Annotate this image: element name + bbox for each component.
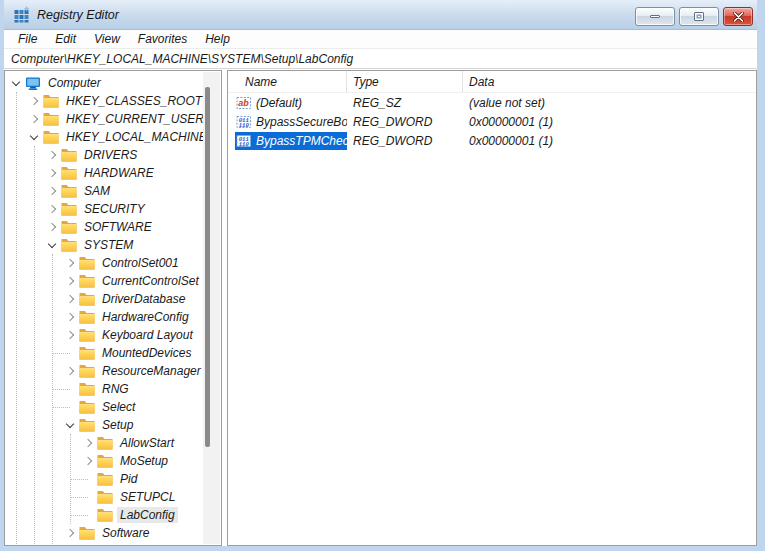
tree-item-label: HARDWARE	[81, 165, 157, 181]
registry-grid-icon[interactable]	[13, 6, 30, 23]
tree-item-computer[interactable]: Computer	[9, 74, 221, 92]
column-header-type[interactable]: Type	[347, 71, 463, 92]
tree-item-system[interactable]: SYSTEM	[45, 236, 221, 254]
folder-icon	[61, 219, 77, 235]
tree-item-sam[interactable]: SAM	[45, 182, 221, 200]
folder-icon	[79, 273, 95, 289]
tree-expand-chevron-icon[interactable]	[63, 380, 79, 398]
tree-expand-chevron-icon[interactable]	[45, 218, 61, 236]
tree-item-label: Select	[99, 399, 138, 415]
value-row-bypasstpmcheck[interactable]: 011110 BypassTPMCheck REG_DWORD 0x000000…	[228, 131, 756, 150]
tree-expand-chevron-icon[interactable]	[63, 524, 79, 542]
tree-expand-chevron-icon[interactable]	[63, 290, 79, 308]
tree-item-mosetup[interactable]: MoSetup	[81, 452, 221, 470]
tree-item-hardware[interactable]: HARDWARE	[45, 164, 221, 182]
tree-expand-chevron-icon[interactable]	[63, 398, 79, 416]
tree-item-rng[interactable]: RNG	[63, 380, 221, 398]
registry-editor-window: Registry Editor File Edit View Favorites…	[0, 0, 765, 551]
menu-file[interactable]: File	[9, 31, 46, 47]
menu-view[interactable]: View	[85, 31, 129, 47]
tree-item-allowstart[interactable]: AllowStart	[81, 434, 221, 452]
maximize-icon	[694, 12, 704, 21]
tree-item-wpa[interactable]: WPA	[63, 542, 221, 546]
tree-expand-chevron-icon[interactable]	[63, 362, 79, 380]
folder-icon	[61, 147, 77, 163]
svg-text:110: 110	[239, 122, 250, 129]
tree-item-label: Software	[99, 525, 152, 541]
close-button[interactable]	[723, 7, 753, 26]
menu-favorites[interactable]: Favorites	[129, 31, 196, 47]
menu-help[interactable]: Help	[196, 31, 239, 47]
tree-expand-chevron-icon[interactable]	[9, 74, 25, 92]
tree-scrollbar[interactable]	[203, 72, 220, 544]
folder-icon	[97, 453, 113, 469]
tree-expand-chevron-icon[interactable]	[63, 272, 79, 290]
folder-icon	[43, 93, 59, 109]
tree-expand-chevron-icon[interactable]	[63, 542, 79, 546]
tree-item-controlset001[interactable]: ControlSet001	[63, 254, 221, 272]
dword-binary-icon: 011110	[236, 133, 252, 149]
tree-item-hkey-local-machine[interactable]: HKEY_LOCAL_MACHINE	[27, 128, 221, 146]
tree-item-hardwareconfig[interactable]: HardwareConfig	[63, 308, 221, 326]
tree-item-security[interactable]: SECURITY	[45, 200, 221, 218]
tree-expand-chevron-icon[interactable]	[27, 92, 43, 110]
tree-item-hkey-current-user[interactable]: HKEY_CURRENT_USER	[27, 110, 221, 128]
column-header-name[interactable]: Name	[228, 71, 347, 92]
tree-item-setup[interactable]: Setup	[63, 416, 221, 434]
tree-expand-chevron-icon[interactable]	[81, 434, 97, 452]
tree-item-drivers[interactable]: DRIVERS	[45, 146, 221, 164]
tree-expand-chevron-icon[interactable]	[81, 452, 97, 470]
tree-item-select[interactable]: Select	[63, 398, 221, 416]
tree-expand-chevron-icon[interactable]	[63, 344, 79, 362]
tree-item-pid[interactable]: Pid	[81, 470, 221, 488]
tree-item-label: SETUPCL	[117, 489, 178, 505]
tree-expand-chevron-icon[interactable]	[45, 200, 61, 218]
tree-expand-chevron-icon[interactable]	[63, 416, 79, 434]
value-row-bypasssecureboot[interactable]: 011110 BypassSecureBoot REG_DWORD 0x0000…	[228, 112, 756, 131]
tree-pane: Computer HKEY_CLASSES_ROOT HKEY_CURRENT_…	[4, 70, 222, 546]
folder-icon	[79, 291, 95, 307]
menu-edit[interactable]: Edit	[46, 31, 85, 47]
tree-expand-chevron-icon[interactable]	[45, 236, 61, 254]
address-input[interactable]: Computer\HKEY_LOCAL_MACHINE\SYSTEM\Setup…	[4, 48, 757, 69]
computer-icon	[25, 75, 41, 91]
tree-item-setupcl[interactable]: SETUPCL	[81, 488, 221, 506]
maximize-button[interactable]	[679, 7, 719, 26]
tree-expand-chevron-icon[interactable]	[81, 506, 97, 524]
tree-item-label: AllowStart	[117, 435, 177, 451]
tree-scrollbar-thumb[interactable]	[205, 87, 210, 447]
tree-expand-chevron-icon[interactable]	[63, 326, 79, 344]
tree-expand-chevron-icon[interactable]	[45, 146, 61, 164]
tree-expand-chevron-icon[interactable]	[63, 254, 79, 272]
tree-expand-chevron-icon[interactable]	[81, 470, 97, 488]
tree-item-resourcemanager[interactable]: ResourceManager	[63, 362, 221, 380]
tree-item-label: HardwareConfig	[99, 309, 192, 325]
value-name-label: BypassSecureBoot	[256, 115, 347, 129]
tree-item-hkey-classes-root[interactable]: HKEY_CLASSES_ROOT	[27, 92, 221, 110]
tree-item-mounteddevices[interactable]: MountedDevices	[63, 344, 221, 362]
tree-item-software[interactable]: SOFTWARE	[45, 218, 221, 236]
value-row--default-[interactable]: ab (Default) REG_SZ (value not set)	[228, 93, 756, 112]
tree-item-label: Keyboard Layout	[99, 327, 196, 343]
tree-children: ControlSet001 CurrentControlSet DriverDa…	[52, 254, 221, 546]
tree-item-label: Setup	[99, 417, 136, 433]
minimize-button[interactable]	[635, 7, 675, 26]
tree-expand-chevron-icon[interactable]	[45, 164, 61, 182]
tree-expand-chevron-icon[interactable]	[63, 308, 79, 326]
folder-icon	[61, 201, 77, 217]
tree-item-software[interactable]: Software	[63, 524, 221, 542]
tree-item-label: WPA	[99, 543, 131, 546]
window-controls	[635, 7, 753, 26]
tree-item-labconfig[interactable]: LabConfig	[81, 506, 221, 524]
tree-item-currentcontrolset[interactable]: CurrentControlSet	[63, 272, 221, 290]
tree-expand-chevron-icon[interactable]	[27, 128, 43, 146]
column-header-data[interactable]: Data	[463, 71, 756, 92]
folder-icon	[61, 237, 77, 253]
tree-expand-chevron-icon[interactable]	[81, 488, 97, 506]
tree-item-driverdatabase[interactable]: DriverDatabase	[63, 290, 221, 308]
tree-expand-chevron-icon[interactable]	[27, 110, 43, 128]
tree-expand-chevron-icon[interactable]	[45, 182, 61, 200]
title-bar[interactable]: Registry Editor	[4, 0, 757, 30]
tree-item-keyboard-layout[interactable]: Keyboard Layout	[63, 326, 221, 344]
folder-icon	[79, 327, 95, 343]
